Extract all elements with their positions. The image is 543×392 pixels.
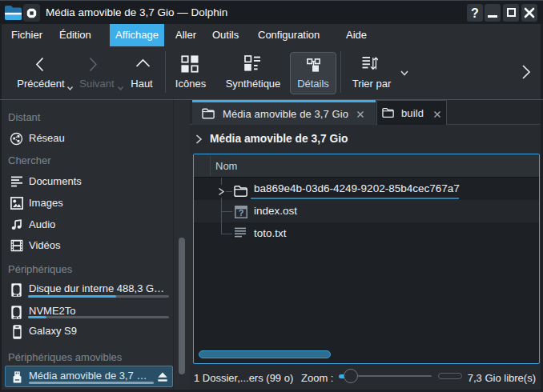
svg-text:?: ? [471, 7, 479, 18]
svg-text:?: ? [239, 208, 244, 218]
